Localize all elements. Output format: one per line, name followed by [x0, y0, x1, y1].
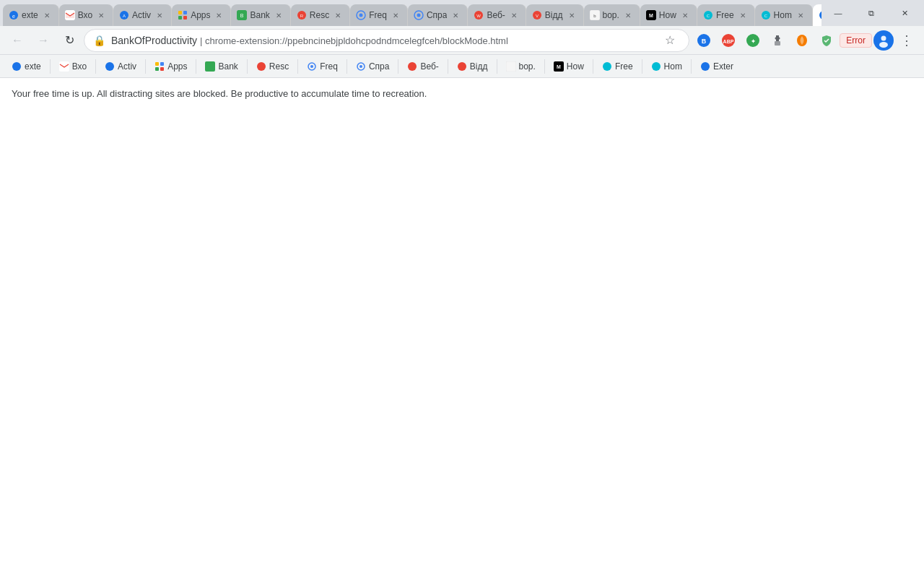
minimize-button[interactable]: — — [821, 2, 855, 24]
bookmark-web[interactable]: Веб- — [401, 58, 444, 75]
tab-close-bop[interactable]: ✕ — [622, 9, 634, 21]
tab-home[interactable]: C Hom ✕ — [755, 4, 813, 26]
tab-spra[interactable]: Спра ✕ — [408, 4, 468, 26]
tab-label-home: Hom — [774, 10, 792, 20]
bookmark-activ[interactable]: Activ — [99, 58, 142, 75]
tab-close-freq[interactable]: ✕ — [390, 9, 401, 21]
svg-point-29 — [819, 11, 821, 20]
error-badge[interactable]: Error — [840, 33, 872, 48]
bookmark-bop[interactable]: bop. — [500, 58, 541, 75]
bm-separator-7 — [346, 59, 347, 74]
bm-separator-9 — [448, 59, 448, 74]
tab-vidd[interactable]: V Відд ✕ — [526, 4, 584, 26]
shield-icon[interactable] — [815, 29, 838, 52]
address-bar[interactable]: 🔒 BankOfProductivity | chrome-extension:… — [84, 29, 689, 52]
bookmark-home[interactable]: Hom — [645, 58, 688, 75]
tab-close-free[interactable]: ✕ — [737, 9, 749, 21]
bookmark-inbox[interactable]: Вхо — [53, 58, 92, 75]
tab-label-exte-1: exte — [22, 10, 38, 20]
tab-close-exte-1[interactable]: ✕ — [41, 9, 53, 21]
tab-close-web[interactable]: ✕ — [508, 9, 520, 21]
bookmark-star-icon[interactable]: ☆ — [660, 30, 680, 51]
tab-label-free: Free — [716, 10, 734, 20]
shield-svg — [820, 34, 833, 47]
bm-separator-12 — [593, 59, 593, 74]
back-button[interactable]: ← — [6, 29, 29, 52]
bookmark-favicon-resc — [256, 61, 266, 72]
tab-free[interactable]: C Free ✕ — [697, 4, 755, 26]
ext-2-icon[interactable]: ✦ — [741, 29, 764, 52]
tab-label-spra: Спра — [427, 10, 448, 20]
site-name: BankOfProductivity — [111, 35, 197, 46]
bookmark-label-bop: bop. — [519, 61, 536, 72]
ext2-svg: ✦ — [746, 33, 760, 48]
tab-web[interactable]: W Веб- ✕ — [468, 4, 526, 26]
tab-exte-1[interactable]: e exte ✕ — [3, 4, 59, 26]
bookmark-resc[interactable]: Resc — [250, 58, 295, 75]
svg-text:M: M — [557, 64, 561, 69]
tab-favicon-exte-2: e — [819, 10, 821, 20]
svg-rect-46 — [160, 62, 164, 66]
tab-inbox[interactable]: Вхо ✕ — [59, 4, 113, 26]
tab-freq[interactable]: Freq ✕ — [350, 4, 408, 26]
bookmark-favicon-apps — [154, 61, 165, 72]
abp-extension-icon[interactable]: ABP — [717, 29, 740, 52]
tab-resc[interactable]: R Resc ✕ — [291, 4, 350, 26]
tab-apps[interactable]: Apps ✕ — [172, 4, 231, 26]
bookmark-free[interactable]: Free — [596, 58, 639, 75]
tab-label-apps: Apps — [191, 10, 210, 20]
extensions-icon[interactable] — [766, 29, 789, 52]
bookmark-exte-1[interactable]: exte — [6, 58, 47, 75]
restore-button[interactable]: ⧉ — [855, 2, 888, 24]
tab-how[interactable]: M How ✕ — [640, 4, 697, 26]
close-button[interactable]: ✕ — [888, 2, 921, 24]
svg-text:A: A — [123, 14, 126, 18]
svg-rect-48 — [160, 67, 164, 71]
tab-label-freq: Freq — [369, 10, 387, 20]
tab-close-bank[interactable]: ✕ — [273, 9, 284, 21]
reload-button[interactable]: ↻ — [58, 29, 81, 52]
bookmark-bank[interactable]: Bank — [199, 58, 243, 75]
bookmark-exte-2[interactable]: Exter — [694, 58, 739, 75]
bookmark-vidd[interactable]: Відд — [451, 58, 494, 75]
profile-icon[interactable] — [873, 30, 894, 51]
tab-bop[interactable]: b bop. ✕ — [584, 4, 640, 26]
chrome-menu-button[interactable]: ⋮ — [895, 29, 918, 52]
tab-close-how[interactable]: ✕ — [679, 9, 691, 21]
tab-close-home[interactable]: ✕ — [795, 9, 806, 21]
tab-bank[interactable]: B Bank ✕ — [231, 4, 290, 26]
svg-rect-8 — [183, 16, 187, 20]
tab-close-apps[interactable]: ✕ — [213, 9, 225, 21]
svg-point-16 — [417, 14, 420, 17]
tab-label-vidd: Відд — [545, 10, 563, 20]
tab-activ[interactable]: A Activ ✕ — [113, 4, 172, 26]
window-controls: — ⧉ ✕ — [821, 4, 924, 26]
bm-separator-4 — [196, 59, 196, 74]
tab-close-spra[interactable]: ✕ — [450, 9, 461, 21]
svg-text:C: C — [764, 14, 767, 18]
forward-button[interactable]: → — [32, 29, 55, 52]
tab-close-inbox[interactable]: ✕ — [95, 9, 107, 21]
bookmark-how[interactable]: M How — [548, 58, 590, 75]
bookmark-label-resc: Resc — [269, 61, 289, 72]
bm-separator-10 — [497, 59, 497, 74]
tab-close-resc[interactable]: ✕ — [332, 9, 344, 21]
bookmark-label-bank: Bank — [218, 61, 237, 72]
bm-separator-6 — [297, 59, 298, 74]
chrome-window: e exte ✕ Вхо ✕ A — [0, 0, 924, 578]
address-url: | chrome-extension://ppebncinebjpldohcpo… — [200, 35, 508, 46]
tab-close-vidd[interactable]: ✕ — [566, 9, 578, 21]
bookmark-favicon-inbox — [59, 61, 69, 72]
extension-svg: B — [697, 33, 711, 48]
bookmark-freq[interactable]: Freq — [301, 58, 344, 75]
bookmark-favicon-bop — [506, 61, 516, 72]
svg-point-61 — [652, 62, 661, 71]
browser-ext-icon[interactable] — [790, 29, 814, 52]
productivity-extension-icon[interactable]: B — [692, 29, 715, 52]
block-message: Your free time is up. All distracting si… — [12, 87, 912, 101]
bookmark-spra[interactable]: Спра — [350, 58, 396, 75]
tab-exte-2[interactable]: e Exter ✕ — [813, 4, 821, 26]
bookmark-apps[interactable]: Apps — [149, 58, 193, 75]
tab-close-activ[interactable]: ✕ — [154, 9, 165, 21]
bookmarks-bar: exte Вхо Activ — [0, 55, 924, 78]
